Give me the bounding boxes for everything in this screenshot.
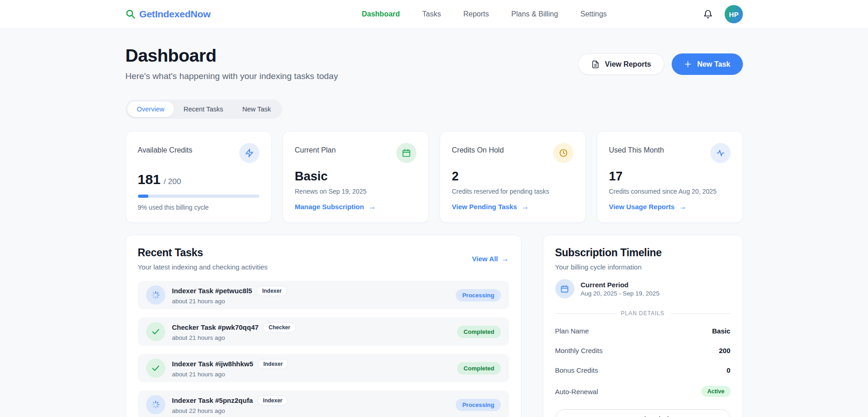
- status-badge: Processing: [456, 399, 500, 411]
- task-name: Indexer Task #ijw8hhkw5: [172, 360, 253, 368]
- recent-tasks-subtitle: Your latest indexing and checking activi…: [138, 263, 268, 271]
- used-this-month-value: 17: [609, 169, 623, 184]
- detail-row-monthly-credits: Monthly Credits 200: [555, 341, 731, 360]
- main-nav: Dashboard Tasks Reports Plans & Billing …: [362, 10, 607, 18]
- view-tabs: Overview Recent Tasks New Task: [126, 100, 283, 119]
- stat-card-available-credits: Available Credits 181 / 200 9% used this…: [126, 131, 272, 223]
- app-logo[interactable]: GetIndexedNow: [125, 9, 210, 20]
- stat-card-label: Credits On Hold: [452, 146, 504, 154]
- manage-subscription-button[interactable]: Manage Subscription: [555, 409, 731, 417]
- new-task-button[interactable]: New Task: [672, 53, 743, 75]
- credits-on-hold-value: 2: [452, 169, 459, 184]
- view-pending-tasks-link-label: View Pending Tasks: [452, 203, 517, 211]
- task-row[interactable]: Indexer Task #petwuc8l5 Indexer about 21…: [138, 281, 509, 309]
- task-type-badge: Indexer: [258, 396, 288, 406]
- view-reports-button[interactable]: View Reports: [578, 53, 664, 75]
- task-type-badge: Indexer: [257, 286, 287, 296]
- credits-usage-caption: 9% used this billing cycle: [138, 204, 259, 211]
- nav-item-reports[interactable]: Reports: [463, 10, 489, 18]
- spinner-icon: [146, 395, 165, 414]
- current-plan-value: Basic: [295, 169, 328, 184]
- topbar-right: HP: [703, 5, 743, 23]
- view-usage-reports-link-label: View Usage Reports: [609, 203, 675, 211]
- available-credits-total: / 200: [164, 177, 181, 186]
- task-row[interactable]: Checker Task #pwk70qq47 Checker about 21…: [138, 317, 509, 346]
- subscription-timeline-panel: Subscription Timeline Your billing cycle…: [543, 235, 743, 417]
- plan-details-divider: PLAN DETAILS: [555, 310, 731, 317]
- status-badge: Processing: [456, 289, 500, 301]
- nav-item-plans-billing[interactable]: Plans & Billing: [511, 10, 558, 18]
- detail-row-plan-name: Plan Name Basic: [555, 321, 731, 341]
- page-header: Dashboard Here's what's happening with y…: [126, 46, 743, 81]
- subscription-title: Subscription Timeline: [555, 247, 731, 259]
- search-logo-icon: [125, 9, 136, 20]
- task-timestamp: about 21 hours ago: [172, 334, 458, 341]
- view-all-link[interactable]: View All →: [472, 255, 509, 263]
- task-name: Checker Task #pwk70qq47: [172, 323, 259, 331]
- stat-card-credits-on-hold: Credits On Hold 2 Credits reserved for p…: [440, 131, 586, 223]
- detail-row-bonus-credits: Bonus Credits 0: [555, 360, 731, 380]
- nav-item-settings[interactable]: Settings: [580, 10, 607, 18]
- current-period-label: Current Period: [581, 281, 660, 289]
- task-row[interactable]: Indexer Task #ijw8hhkw5 Indexer about 21…: [138, 354, 509, 382]
- nav-item-dashboard[interactable]: Dashboard: [362, 10, 400, 18]
- recent-tasks-title: Recent Tasks: [138, 247, 268, 259]
- task-name: Indexer Task #5pnz2qufa: [172, 396, 253, 404]
- user-avatar[interactable]: HP: [725, 5, 743, 23]
- detail-value: 200: [719, 347, 730, 354]
- tab-new-task[interactable]: New Task: [233, 101, 281, 117]
- stat-card-label: Available Credits: [138, 146, 193, 154]
- auto-renewal-status-badge: Active: [701, 386, 731, 397]
- credits-progress-bar: [138, 195, 259, 198]
- document-icon: [591, 60, 600, 69]
- detail-label: Monthly Credits: [555, 347, 603, 354]
- lightning-icon: [239, 143, 259, 163]
- page-subtitle: Here's what's happening with your indexi…: [126, 71, 338, 81]
- current-period-text: Current Period Aug 20, 2025 - Sep 19, 20…: [581, 281, 660, 297]
- credits-on-hold-caption: Credits reserved for pending tasks: [452, 188, 573, 195]
- notifications-bell-icon[interactable]: [703, 10, 713, 19]
- tab-recent-tasks[interactable]: Recent Tasks: [174, 101, 233, 117]
- manage-subscription-link[interactable]: Manage Subscription →: [295, 203, 376, 211]
- stat-cards-row: Available Credits 181 / 200 9% used this…: [126, 131, 743, 223]
- task-timestamp: about 21 hours ago: [172, 298, 456, 305]
- arrow-right-icon: →: [368, 203, 376, 211]
- calendar-icon: [396, 143, 416, 163]
- view-usage-reports-link[interactable]: View Usage Reports →: [609, 203, 687, 211]
- detail-value: 0: [726, 366, 730, 374]
- nav-item-tasks[interactable]: Tasks: [422, 10, 441, 18]
- activity-icon: [710, 143, 731, 163]
- clock-icon: [553, 143, 573, 163]
- arrow-right-icon: →: [679, 203, 686, 211]
- page-header-text: Dashboard Here's what's happening with y…: [126, 46, 338, 81]
- task-timestamp: about 22 hours ago: [172, 407, 456, 414]
- status-badge: Completed: [457, 362, 500, 375]
- subscription-subtitle: Your billing cycle information: [555, 263, 731, 271]
- new-task-label: New Task: [697, 60, 731, 69]
- stat-card-current-plan: Current Plan Basic Renews on Sep 19, 202…: [283, 131, 429, 223]
- spinner-icon: [146, 285, 165, 305]
- available-credits-value: 181: [138, 172, 161, 187]
- task-timestamp: about 21 hours ago: [172, 371, 458, 378]
- tab-overview[interactable]: Overview: [127, 101, 174, 117]
- calendar-icon: [555, 279, 574, 298]
- task-row[interactable]: Indexer Task #5pnz2qufa Indexer about 22…: [138, 391, 509, 417]
- task-list: Indexer Task #petwuc8l5 Indexer about 21…: [138, 281, 509, 417]
- arrow-right-icon: →: [502, 255, 509, 263]
- stat-card-used-this-month: Used This Month 17 Credits consumed sinc…: [597, 131, 743, 223]
- detail-label: Bonus Credits: [555, 366, 598, 374]
- app-logo-text: GetIndexedNow: [139, 9, 210, 20]
- stat-card-label: Current Plan: [295, 146, 336, 154]
- manage-subscription-link-label: Manage Subscription: [295, 203, 364, 211]
- page-header-actions: View Reports New Task: [578, 53, 743, 75]
- detail-row-auto-renewal: Auto-Renewal Active: [555, 380, 731, 403]
- task-type-badge: Checker: [263, 322, 295, 333]
- plus-icon: [684, 60, 692, 68]
- page-title: Dashboard: [126, 46, 338, 66]
- detail-label: Plan Name: [555, 327, 589, 335]
- stat-card-label: Used This Month: [609, 146, 664, 154]
- view-pending-tasks-link[interactable]: View Pending Tasks →: [452, 203, 529, 211]
- bottom-panels: Recent Tasks Your latest indexing and ch…: [126, 235, 743, 417]
- recent-tasks-header-text: Recent Tasks Your latest indexing and ch…: [138, 247, 268, 271]
- current-period-row: Current Period Aug 20, 2025 - Sep 19, 20…: [555, 279, 731, 298]
